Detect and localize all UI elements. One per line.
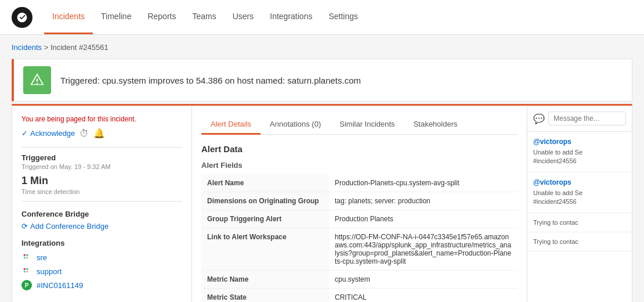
- field-label: Metric Name: [201, 271, 329, 289]
- header: Incidents Timeline Reports Teams Users I…: [0, 0, 644, 35]
- conf-icon: ⟳: [21, 222, 28, 231]
- triggered-sub: Triggered on May. 19 - 9:32 AM: [21, 163, 182, 170]
- snooze-icon[interactable]: ⏱: [79, 128, 89, 139]
- field-label: Metric State: [201, 289, 329, 303]
- alert-data-title: Alert Data: [201, 144, 518, 154]
- field-value: Production-Planets-cpu.system-avg-split: [329, 174, 518, 192]
- content-layout: You are being paged for this incident. ✓…: [12, 104, 632, 302]
- field-value: CRITICAL: [329, 289, 518, 303]
- incident-icon: [23, 66, 51, 94]
- nav-item-reports[interactable]: Reports: [139, 0, 184, 34]
- alert-data-table: Alert Name Production-Planets-cpu.system…: [201, 174, 518, 302]
- chat-item-1: @victorops Unable to add Se #incident245…: [527, 132, 632, 172]
- svg-rect-1: [24, 257, 26, 258]
- acknowledge-label: Acknowledge: [30, 129, 75, 138]
- trying-text-1: Trying to contac: [533, 219, 626, 226]
- svg-rect-3: [26, 257, 28, 258]
- field-value: Production Planets: [329, 210, 518, 228]
- add-conference-bridge-button[interactable]: ⟳ Add Conference Bridge: [21, 222, 182, 231]
- tab-annotations[interactable]: Annotations (0): [261, 115, 330, 135]
- alert-icon-btn[interactable]: 🔔: [93, 128, 105, 139]
- main-nav: Incidents Timeline Reports Teams Users I…: [44, 0, 366, 34]
- tab-similar-incidents[interactable]: Similar Incidents: [330, 115, 404, 135]
- incident-title: Triggered: cpu.system improves to 54.386…: [60, 76, 361, 85]
- logo-icon: [16, 12, 28, 23]
- slack-icon-sre: [21, 252, 32, 263]
- table-row: Metric State CRITICAL: [201, 289, 518, 303]
- incident-header: Triggered: cpu.system improves to 54.386…: [12, 59, 632, 102]
- table-row: Link to Alert Workspace https://OD-FM-CO…: [201, 228, 518, 271]
- tab-stakeholders[interactable]: Stakeholders: [404, 115, 467, 135]
- integration-inc-link[interactable]: #INC0161149: [37, 281, 83, 290]
- ack-row: ✓ Acknowledge ⏱ 🔔: [21, 128, 182, 139]
- nav-item-users[interactable]: Users: [225, 0, 262, 34]
- alert-icon: [29, 72, 45, 88]
- add-conference-label: Add Conference Bridge: [30, 222, 108, 231]
- field-value: cpu.system: [329, 271, 518, 289]
- trying-item-1: Trying to contac: [527, 213, 632, 232]
- acknowledge-button[interactable]: ✓ Acknowledge: [21, 129, 75, 138]
- svg-rect-0: [24, 254, 26, 256]
- alert-fields-title: Alert Fields: [201, 161, 518, 170]
- field-label: Link to Alert Workspace: [201, 228, 329, 271]
- table-row: Group Triggering Alert Production Planet…: [201, 210, 518, 228]
- message-input-row: 💬: [527, 106, 632, 132]
- table-row: Alert Name Production-Planets-cpu.system…: [201, 174, 518, 192]
- nav-item-timeline[interactable]: Timeline: [93, 0, 139, 34]
- chat-icon: 💬: [533, 113, 545, 124]
- breadcrumb: Incidents > Incident #245561: [12, 43, 632, 52]
- tab-alert-details[interactable]: Alert Details: [201, 115, 261, 135]
- field-value: tag: planets; server: production: [329, 192, 518, 210]
- message-input[interactable]: [548, 112, 626, 125]
- chat-text-2: Unable to add Se #incident24556: [533, 189, 626, 207]
- trying-text-2: Trying to contac: [533, 238, 626, 245]
- svg-rect-2: [26, 254, 28, 256]
- logo: [12, 7, 32, 28]
- time-value: 1 Min: [21, 175, 182, 187]
- integration-support: support: [21, 266, 182, 276]
- integration-sre-link[interactable]: sre: [37, 253, 47, 262]
- main-content: Incidents > Incident #245561 Triggered: …: [0, 35, 644, 302]
- svg-rect-6: [26, 268, 28, 270]
- chat-user-2: @victorops: [533, 178, 626, 186]
- triggered-label: Triggered: [21, 153, 182, 162]
- center-panel: Alert Details Annotations (0) Similar In…: [192, 106, 527, 302]
- nav-item-teams[interactable]: Teams: [184, 0, 224, 34]
- integration-sre: sre: [21, 252, 182, 263]
- nav-item-integrations[interactable]: Integrations: [262, 0, 320, 34]
- divider-1: [21, 147, 182, 148]
- tabs: Alert Details Annotations (0) Similar In…: [201, 115, 518, 135]
- left-panel: You are being paged for this incident. ✓…: [12, 106, 192, 302]
- svg-rect-4: [24, 268, 26, 270]
- paged-notice: You are being paged for this incident.: [21, 115, 182, 123]
- field-label: Dimensions on Originating Group: [201, 192, 329, 210]
- svg-rect-7: [26, 271, 28, 272]
- breadcrumb-current: Incident #245561: [50, 43, 108, 52]
- chat-user-1: @victorops: [533, 138, 626, 146]
- table-row: Metric Name cpu.system: [201, 271, 518, 289]
- nav-item-incidents[interactable]: Incidents: [44, 0, 93, 34]
- integration-support-link[interactable]: support: [37, 267, 61, 276]
- breadcrumb-incidents-link[interactable]: Incidents: [12, 43, 42, 52]
- breadcrumb-separator: >: [44, 43, 50, 52]
- right-panel: 💬 @victorops Unable to add Se #incident2…: [527, 106, 632, 302]
- pagerduty-icon: P: [21, 280, 32, 290]
- table-row: Dimensions on Originating Group tag: pla…: [201, 192, 518, 210]
- integrations-title: Integrations: [21, 239, 182, 247]
- conference-bridge-title: Conference Bridge: [21, 210, 182, 218]
- field-label: Group Triggering Alert: [201, 210, 329, 228]
- field-value-link[interactable]: https://OD-FM-CONF-NA-i-0447c3345e1f57e6…: [329, 228, 518, 271]
- field-label: Alert Name: [201, 174, 329, 192]
- trying-item-2: Trying to contac: [527, 232, 632, 251]
- svg-rect-5: [24, 271, 26, 272]
- check-icon: ✓: [21, 129, 28, 138]
- integration-inc: P #INC0161149: [21, 280, 182, 290]
- chat-item-2: @victorops Unable to add Se #incident245…: [527, 172, 632, 213]
- slack-icon-support: [21, 266, 32, 276]
- nav-item-settings[interactable]: Settings: [320, 0, 366, 34]
- chat-text-1: Unable to add Se #incident24556: [533, 148, 626, 166]
- divider-2: [21, 201, 182, 202]
- time-label: Time since detection: [21, 188, 182, 195]
